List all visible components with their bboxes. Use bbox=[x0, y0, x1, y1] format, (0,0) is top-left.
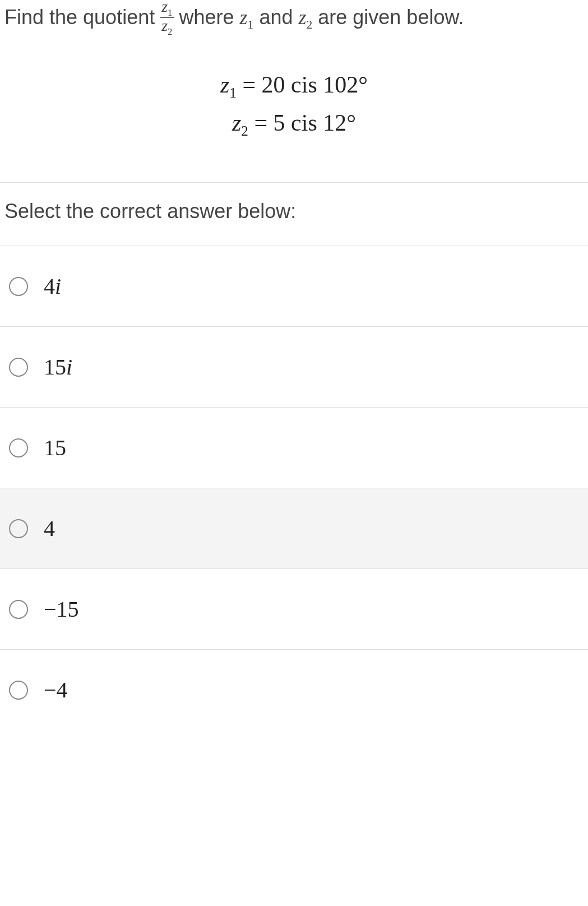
radio-icon bbox=[9, 358, 28, 377]
option-label: 15i bbox=[44, 354, 72, 380]
question-block: Find the quotient z1z2 where z1 and z2 a… bbox=[0, 0, 588, 160]
option-4[interactable]: 4 bbox=[0, 488, 588, 568]
equation-z1: z1 = 20 cis 102° bbox=[4, 66, 584, 105]
question-post: are given below. bbox=[312, 6, 464, 29]
question-mid: where bbox=[174, 6, 240, 29]
option-label: −15 bbox=[44, 596, 79, 622]
radio-icon bbox=[9, 600, 28, 619]
option-label: 4i bbox=[44, 273, 61, 299]
radio-icon bbox=[9, 519, 28, 538]
option-6[interactable]: −4 bbox=[0, 649, 588, 730]
equation-z2: z2 = 5 cis 12° bbox=[4, 104, 584, 143]
answer-prompt: Select the correct answer below: bbox=[0, 183, 588, 246]
option-label: 15 bbox=[44, 434, 66, 461]
option-3[interactable]: 15 bbox=[0, 407, 588, 488]
question-pre: Find the quotient bbox=[4, 6, 160, 29]
option-5[interactable]: −15 bbox=[0, 568, 588, 649]
radio-icon bbox=[9, 277, 28, 296]
var-z1: z1 bbox=[240, 6, 254, 29]
option-1[interactable]: 4i bbox=[0, 246, 588, 326]
fraction-z1-z2: z1z2 bbox=[160, 0, 173, 37]
equations: z1 = 20 cis 102° z2 = 5 cis 12° bbox=[4, 66, 584, 143]
option-label: −4 bbox=[44, 677, 68, 703]
question-text: Find the quotient z1z2 where z1 and z2 a… bbox=[4, 0, 584, 38]
radio-icon bbox=[9, 438, 28, 457]
option-label: 4 bbox=[44, 515, 55, 542]
question-and: and bbox=[253, 6, 298, 29]
radio-icon bbox=[9, 681, 28, 700]
var-z2: z2 bbox=[298, 6, 312, 29]
option-2[interactable]: 15i bbox=[0, 326, 588, 407]
options-list: 4i 15i 15 4 −15 −4 bbox=[0, 246, 588, 730]
